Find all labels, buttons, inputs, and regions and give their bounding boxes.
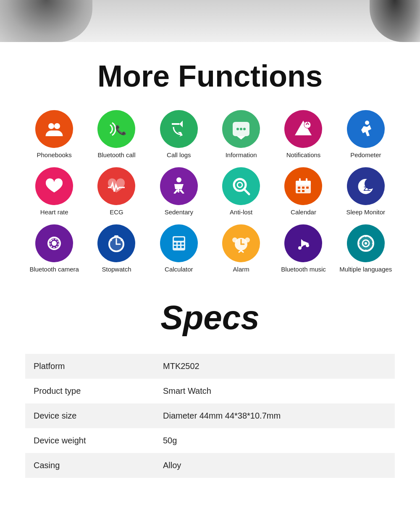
svg-rect-23 bbox=[298, 190, 300, 192]
table-row: Platform MTK2502 bbox=[25, 354, 395, 379]
ecg-icon bbox=[97, 167, 135, 205]
phonebooks-icon bbox=[35, 110, 73, 148]
bluetooth-music-icon bbox=[284, 224, 322, 262]
svg-line-64 bbox=[370, 238, 371, 239]
call-logs-label: Call logs bbox=[167, 151, 191, 159]
notifications-label: Notifications bbox=[286, 151, 321, 159]
icon-item-calculator: Calculator bbox=[150, 224, 208, 273]
icon-item-information: Information bbox=[212, 110, 270, 159]
stopwatch-icon bbox=[97, 224, 135, 262]
icon-item-heart-rate: Heart rate bbox=[25, 167, 83, 216]
svg-rect-17 bbox=[296, 181, 311, 185]
table-row: Casing Alloy bbox=[25, 453, 395, 478]
svg-line-62 bbox=[360, 238, 361, 239]
svg-point-11 bbox=[365, 121, 369, 125]
svg-marker-7 bbox=[237, 136, 245, 140]
svg-point-4 bbox=[236, 128, 239, 130]
call-logs-icon bbox=[160, 110, 198, 148]
sedentary-label: Sedentary bbox=[165, 208, 193, 216]
svg-rect-21 bbox=[302, 187, 304, 189]
specs-table: Platform MTK2502 Product type Smart Watc… bbox=[25, 354, 395, 478]
svg-rect-41 bbox=[181, 242, 184, 245]
icon-item-bluetooth-call: 📞 Bluetooth call bbox=[87, 110, 145, 159]
sleep-monitor-label: Sleep Monitor bbox=[346, 208, 386, 216]
information-label: Information bbox=[226, 151, 257, 159]
svg-rect-39 bbox=[174, 242, 176, 245]
phonebooks-label: Phonebooks bbox=[37, 151, 71, 159]
bluetooth-camera-label: Bluetooth camera bbox=[29, 266, 79, 273]
icon-item-phonebooks: Phonebooks bbox=[25, 110, 83, 159]
svg-point-5 bbox=[240, 128, 242, 130]
svg-point-12 bbox=[176, 177, 181, 182]
icon-item-ecg: ECG bbox=[87, 167, 145, 216]
svg-rect-38 bbox=[174, 237, 184, 241]
svg-line-51 bbox=[241, 250, 243, 252]
multiple-languages-icon bbox=[347, 224, 385, 262]
multiple-languages-label: Multiple languages bbox=[339, 266, 392, 273]
spec-label-casing: Casing bbox=[25, 453, 155, 478]
bluetooth-call-label: Bluetooth call bbox=[97, 151, 135, 159]
icon-item-anti-lost: Anti-lost bbox=[212, 167, 270, 216]
svg-rect-24 bbox=[302, 190, 304, 192]
banner-left-shape bbox=[0, 0, 92, 42]
svg-text:📞: 📞 bbox=[115, 124, 127, 136]
svg-line-65 bbox=[360, 248, 361, 249]
stopwatch-label: Stopwatch bbox=[102, 266, 131, 273]
svg-point-27 bbox=[52, 241, 57, 246]
top-banner bbox=[0, 0, 420, 42]
banner-right-shape bbox=[370, 0, 420, 42]
svg-rect-44 bbox=[181, 246, 184, 248]
svg-point-57 bbox=[365, 242, 367, 245]
pedometer-icon bbox=[347, 110, 385, 148]
alarm-icon bbox=[222, 224, 260, 262]
icon-item-bluetooth-camera: Bluetooth camera bbox=[25, 224, 83, 273]
ecg-label: ECG bbox=[110, 208, 123, 216]
pedometer-label: Pedometer bbox=[350, 151, 381, 159]
svg-rect-40 bbox=[178, 242, 180, 245]
sedentary-icon bbox=[160, 167, 198, 205]
heart-rate-label: Heart rate bbox=[40, 208, 68, 216]
table-row: Device size Diameter 44mm 44*38*10.7mm bbox=[25, 403, 395, 428]
icon-item-alarm: Alarm bbox=[212, 224, 270, 273]
table-row: Device weight 50g bbox=[25, 428, 395, 453]
specs-title: Specs bbox=[25, 298, 395, 337]
svg-point-0 bbox=[48, 123, 54, 129]
icon-item-call-logs: Call logs bbox=[150, 110, 208, 159]
icons-grid: Phonebooks 📞 Bluetooth call Call log bbox=[25, 110, 395, 273]
anti-lost-label: Anti-lost bbox=[230, 208, 252, 216]
svg-line-14 bbox=[244, 189, 249, 194]
svg-rect-20 bbox=[298, 187, 300, 189]
bluetooth-camera-icon bbox=[35, 224, 73, 262]
more-functions-section: More Functions Phonebooks 📞 Bluetooth ca… bbox=[0, 42, 420, 282]
spec-value-platform: MTK2502 bbox=[155, 354, 395, 379]
svg-rect-22 bbox=[306, 187, 309, 189]
svg-point-15 bbox=[237, 182, 242, 187]
icon-item-pedometer: Pedometer bbox=[337, 110, 395, 159]
calendar-label: Calendar bbox=[291, 208, 316, 216]
anti-lost-icon bbox=[222, 167, 260, 205]
svg-point-6 bbox=[243, 128, 246, 130]
alarm-label: Alarm bbox=[233, 266, 249, 273]
svg-point-52 bbox=[298, 246, 302, 250]
svg-text:ZZ: ZZ bbox=[363, 185, 371, 192]
information-icon bbox=[222, 110, 260, 148]
icon-item-sedentary: Sedentary bbox=[150, 167, 208, 216]
svg-rect-42 bbox=[174, 246, 176, 248]
icon-item-bluetooth-music: Bluetooth music bbox=[274, 224, 332, 273]
spec-value-product-type: Smart Watch bbox=[155, 379, 395, 403]
svg-point-53 bbox=[306, 244, 309, 247]
icon-item-sleep-monitor: ZZ Sleep Monitor bbox=[337, 167, 395, 216]
svg-point-1 bbox=[54, 123, 60, 129]
icon-item-calendar: Calendar bbox=[274, 167, 332, 216]
spec-label-platform: Platform bbox=[25, 354, 155, 379]
calculator-label: Calculator bbox=[165, 266, 193, 273]
bluetooth-call-icon: 📞 bbox=[97, 110, 135, 148]
spec-label-product-type: Product type bbox=[25, 379, 155, 403]
table-row: Product type Smart Watch bbox=[25, 379, 395, 403]
svg-rect-43 bbox=[178, 246, 180, 248]
svg-line-63 bbox=[370, 248, 371, 249]
spec-value-casing: Alloy bbox=[155, 453, 395, 478]
svg-rect-34 bbox=[114, 235, 118, 237]
sleep-monitor-icon: ZZ bbox=[347, 167, 385, 205]
icon-item-multiple-languages: Multiple languages bbox=[337, 224, 395, 273]
